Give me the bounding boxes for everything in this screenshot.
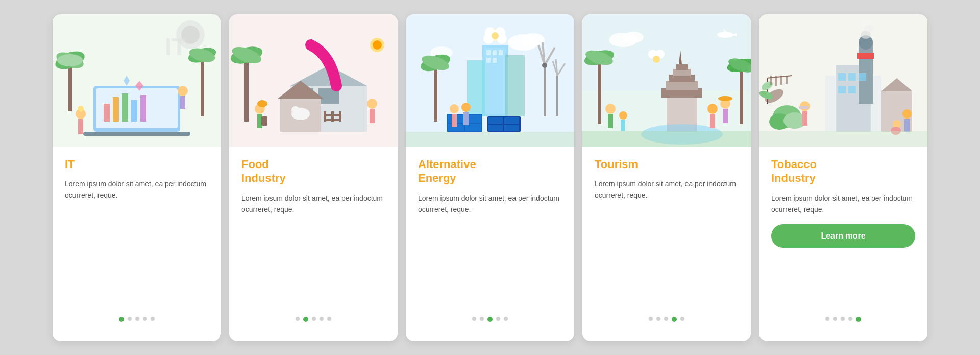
- dot-2-3[interactable]: [312, 317, 316, 321]
- card-it-body: IT Lorem ipsum dolor sit amet, ea per in…: [53, 147, 221, 341]
- svg-rect-15: [83, 132, 190, 136]
- dot-4-active[interactable]: [672, 317, 677, 322]
- svg-rect-125: [710, 114, 715, 128]
- dot-5-4[interactable]: [848, 317, 852, 321]
- illustration-it: IT: [53, 14, 221, 147]
- svg-rect-61: [493, 50, 497, 55]
- dot-1-2[interactable]: [128, 317, 132, 321]
- svg-point-38: [291, 106, 300, 114]
- svg-rect-12: [122, 93, 128, 122]
- svg-rect-120: [621, 120, 625, 131]
- dot-3-1[interactable]: [472, 317, 476, 321]
- svg-rect-160: [904, 119, 910, 132]
- dot-5-active[interactable]: [856, 317, 861, 322]
- svg-point-78: [542, 63, 547, 68]
- svg-point-117: [605, 104, 616, 114]
- svg-point-18: [78, 106, 84, 112]
- card-tobacco-body: TobaccoIndustry Lorem ipsum dolor sit am…: [759, 147, 927, 341]
- svg-point-70: [492, 32, 499, 39]
- svg-rect-123: [723, 109, 728, 123]
- dot-3-4[interactable]: [496, 317, 500, 321]
- svg-rect-94: [452, 114, 457, 127]
- card-it-text: Lorem ipsum dolor sit amet, ea per indoc…: [65, 178, 209, 201]
- dot-5-2[interactable]: [833, 317, 837, 321]
- svg-point-19: [178, 86, 188, 96]
- svg-rect-143: [848, 73, 856, 81]
- svg-rect-92: [504, 125, 519, 131]
- dot-2-5[interactable]: [327, 317, 331, 321]
- svg-rect-63: [486, 58, 491, 63]
- svg-rect-59: [505, 55, 525, 116]
- svg-point-101: [623, 32, 644, 43]
- svg-rect-48: [324, 114, 341, 116]
- card-it-title: IT: [65, 157, 75, 172]
- card-food-body: FoodIndustry Lorem ipsum dolor sit amet,…: [229, 147, 398, 341]
- svg-rect-71: [434, 63, 437, 122]
- card-energy-text: Lorem ipsum dolor sit amet, ea per indoc…: [418, 193, 562, 216]
- svg-point-141: [861, 20, 869, 27]
- dot-5-3[interactable]: [841, 317, 845, 321]
- dot-2-1[interactable]: [296, 317, 300, 321]
- card-tourism-text: Lorem ipsum dolor sit amet, ea per indoc…: [595, 178, 739, 201]
- learn-more-button[interactable]: Learn more: [771, 224, 915, 248]
- svg-rect-79: [556, 76, 558, 116]
- svg-point-159: [902, 109, 912, 119]
- svg-point-54: [522, 33, 545, 46]
- svg-rect-14: [140, 95, 146, 122]
- card-tobacco-industry: TobaccoIndustry Lorem ipsum dolor sit am…: [759, 14, 927, 341]
- dot-3-active[interactable]: [487, 317, 493, 322]
- dot-1-4[interactable]: [143, 317, 147, 321]
- dot-1-active[interactable]: [119, 317, 124, 322]
- svg-point-93: [450, 104, 459, 113]
- svg-rect-91: [488, 125, 503, 131]
- card-food-text: Lorem ipsum dolor sit amet, ea per indoc…: [241, 193, 385, 216]
- dot-5-1[interactable]: [825, 317, 829, 321]
- svg-rect-49: [324, 119, 341, 121]
- svg-point-122: [718, 96, 732, 101]
- card-energy-title: AlternativeEnergy: [418, 157, 476, 185]
- svg-rect-89: [488, 117, 503, 124]
- dot-4-1[interactable]: [649, 317, 653, 321]
- svg-point-44: [257, 100, 267, 107]
- svg-rect-144: [859, 73, 866, 81]
- svg-point-7: [57, 54, 83, 66]
- svg-point-115: [653, 56, 660, 63]
- svg-rect-129: [740, 65, 743, 124]
- dot-2-active[interactable]: [303, 317, 308, 322]
- svg-rect-126: [598, 58, 601, 124]
- svg-rect-146: [848, 86, 856, 93]
- card-food-dots: [241, 317, 385, 331]
- illustration-tobacco: [759, 14, 927, 147]
- dot-2-4[interactable]: [320, 317, 324, 321]
- svg-rect-132: [582, 131, 751, 147]
- card-it-dots: [65, 317, 209, 331]
- svg-rect-90: [504, 117, 519, 124]
- svg-rect-13: [131, 100, 137, 122]
- card-tourism-title: Tourism: [595, 157, 638, 172]
- dot-4-3[interactable]: [664, 317, 668, 321]
- dot-3-5[interactable]: [504, 317, 508, 321]
- svg-rect-118: [608, 114, 613, 128]
- svg-rect-64: [493, 58, 497, 63]
- svg-rect-20: [180, 96, 185, 109]
- svg-rect-165: [770, 76, 772, 85]
- svg-rect-142: [838, 73, 846, 81]
- dot-1-5[interactable]: [151, 317, 155, 321]
- svg-rect-21: [201, 55, 204, 116]
- svg-rect-96: [463, 112, 469, 125]
- svg-rect-41: [261, 116, 267, 126]
- card-tobacco-title: TobaccoIndustry: [771, 157, 817, 185]
- card-tourism: Tourism Lorem ipsum dolor sit amet, ea p…: [582, 14, 751, 341]
- svg-point-42: [367, 99, 377, 109]
- card-tourism-dots: [595, 317, 739, 331]
- svg-rect-145: [838, 86, 846, 93]
- dot-4-5[interactable]: [680, 317, 684, 321]
- svg-rect-166: [775, 76, 777, 86]
- card-tobacco-dots: [771, 317, 915, 331]
- svg-rect-158: [799, 106, 809, 109]
- dot-4-2[interactable]: [656, 317, 660, 321]
- svg-rect-97: [406, 132, 574, 147]
- svg-point-51: [373, 40, 382, 50]
- dot-1-3[interactable]: [135, 317, 139, 321]
- dot-3-2[interactable]: [480, 317, 484, 321]
